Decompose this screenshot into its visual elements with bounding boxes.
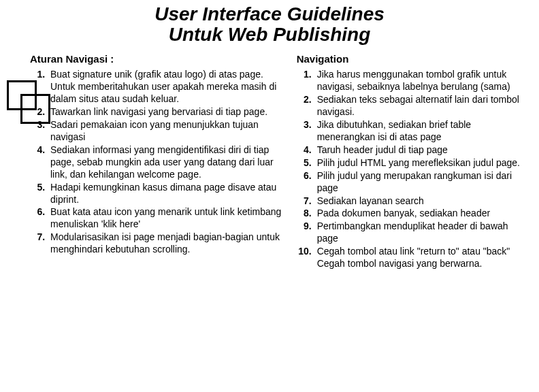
right-list-item: Cegah tombol atau link "return to" atau … <box>314 246 520 270</box>
left-list: Buat signature unik (grafik atau logo) d… <box>30 69 287 256</box>
right-heading: Navigation <box>297 53 520 65</box>
left-heading: Aturan Navigasi : <box>30 53 287 65</box>
right-list-item: Pada dokumen banyak, sediakan header <box>314 208 520 220</box>
left-list-item: Sediakan informasi yang mengidentifikasi… <box>48 144 287 181</box>
right-list-item: Taruh header judul di tiap page <box>314 144 520 157</box>
slide-title: User Interface Guidelines Untuk Web Publ… <box>0 0 539 50</box>
right-column: Navigation Jika harus menggunakan tombol… <box>297 53 520 271</box>
decorative-square-front <box>20 94 50 124</box>
title-line-1: User Interface Guidelines <box>0 4 539 24</box>
left-list-item: Sadari pemakaian icon yang menunjukkan t… <box>48 119 287 144</box>
right-list-item: Sediakan teks sebagai alternatif lain da… <box>314 94 520 118</box>
right-list-item: Pertimbangkan menduplikat header di bawa… <box>314 220 520 245</box>
right-list-item: Jika harus menggunakan tombol grafik unt… <box>314 69 520 93</box>
left-column: Aturan Navigasi : Buat signature unik (g… <box>30 53 287 271</box>
right-list-item: Pilih judul HTML yang merefleksikan judu… <box>314 157 520 169</box>
right-list: Jika harus menggunakan tombol grafik unt… <box>297 69 520 270</box>
left-list-item: Tawarkan link navigasi yang bervariasi d… <box>48 106 287 118</box>
right-list-item: Jika dibutuhkan, sediakan brief table me… <box>314 119 520 144</box>
right-list-item: Sediakan layanan search <box>314 195 520 208</box>
left-list-item: Modularisasikan isi page menjadi bagian-… <box>48 231 287 256</box>
left-list-item: Buat signature unik (grafik atau logo) d… <box>48 69 287 105</box>
right-list-item: Pilih judul yang merupakan rangkuman isi… <box>314 170 520 195</box>
content-columns: Aturan Navigasi : Buat signature unik (g… <box>0 50 539 271</box>
left-list-item: Buat kata atau icon yang menarik untuk l… <box>48 206 287 231</box>
left-list-item: Hadapi kemungkinan kasus dimana page dis… <box>48 182 287 206</box>
title-line-2: Untuk Web Publishing <box>0 24 539 45</box>
